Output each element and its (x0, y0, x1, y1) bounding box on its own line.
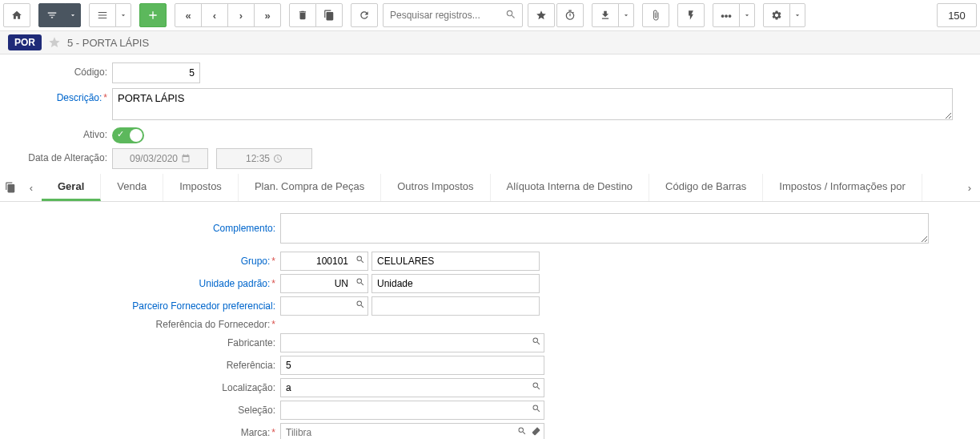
home-icon (11, 10, 22, 21)
home-button[interactable] (3, 3, 30, 27)
filter-dropdown[interactable] (65, 3, 81, 27)
paperclip-icon (650, 10, 661, 21)
codigo-label: Código: (8, 62, 112, 78)
copy-button[interactable] (315, 3, 343, 27)
export-dropdown[interactable] (618, 3, 634, 27)
chevron-down-icon (793, 11, 801, 19)
form-section: Código: Descrição:* PORTA LÁPIS Ativo: D… (0, 54, 980, 169)
tab-venda[interactable]: Venda (101, 174, 163, 201)
prev-button[interactable]: ‹ (201, 3, 228, 27)
referencia-label: Referência: (8, 360, 280, 371)
filter-icon (46, 10, 58, 21)
parceiro-desc-input[interactable] (372, 296, 540, 316)
selecao-label: Seleção: (8, 405, 280, 416)
ellipsis-icon: ••• (721, 10, 732, 22)
chevron-down-icon (119, 11, 127, 19)
refresh-icon (359, 10, 370, 21)
header-bar: POR 5 - PORTA LÁPIS (0, 31, 980, 54)
list-dropdown[interactable] (115, 3, 131, 27)
chevron-down-icon (743, 11, 751, 19)
plus-icon (147, 9, 159, 22)
delete-button[interactable] (289, 3, 316, 27)
record-title: 5 - PORTA LÁPIS (67, 37, 149, 49)
next-button[interactable]: › (227, 3, 255, 27)
chevron-down-icon (622, 11, 630, 19)
tab-outros-impostos[interactable]: Outros Impostos (381, 174, 490, 201)
search-input[interactable] (383, 3, 523, 27)
export-button[interactable] (592, 3, 619, 27)
clock-icon (273, 154, 283, 163)
calendar-icon (181, 154, 191, 163)
tab-plan-compra[interactable]: Plan. Compra de Peças (239, 174, 381, 201)
codigo-input[interactable] (112, 62, 200, 83)
eraser-icon[interactable] (531, 426, 541, 437)
timer-icon (564, 10, 576, 21)
refresh-button[interactable] (351, 3, 378, 27)
star-icon (536, 10, 547, 21)
tab-scroll-right[interactable]: › (959, 175, 980, 200)
tab-scroll-left[interactable]: ‹ (21, 175, 42, 200)
filter-button[interactable] (38, 3, 66, 27)
complemento-label[interactable]: Complemento: (8, 223, 280, 234)
more-dropdown[interactable] (739, 3, 755, 27)
double-chevron-left-icon: « (185, 10, 191, 22)
marca-input[interactable] (280, 423, 544, 439)
tab-geral[interactable]: Geral (42, 174, 101, 201)
descricao-input[interactable]: PORTA LÁPIS (112, 88, 953, 120)
favorite-button[interactable] (528, 3, 555, 27)
search-icon[interactable] (532, 381, 541, 391)
ativo-toggle[interactable] (112, 127, 144, 143)
chevron-right-icon: › (239, 10, 243, 22)
marca-label: Marca:* (8, 427, 280, 438)
tabs: Geral Venda Impostos Plan. Compra de Peç… (42, 174, 959, 201)
tab-codigo-barras[interactable]: Código de Barras (649, 174, 763, 201)
more-button[interactable]: ••• (713, 3, 740, 27)
fabricante-label: Fabricante: (8, 337, 280, 348)
list-button[interactable] (89, 3, 116, 27)
module-badge: POR (8, 34, 42, 50)
gear-icon (771, 10, 782, 21)
copy-icon (323, 10, 335, 21)
search-icon[interactable] (355, 300, 365, 309)
first-button[interactable]: « (175, 3, 202, 27)
chevron-right-icon: › (968, 182, 971, 194)
copy-icon (5, 182, 16, 193)
data-alteracao-label: Data de Alteração: (8, 148, 112, 163)
tab-aliquota[interactable]: Alíquota Interna de Destino (491, 174, 650, 201)
selecao-input[interactable] (280, 401, 544, 420)
unidade-desc-input[interactable] (372, 274, 540, 293)
settings-dropdown[interactable] (789, 3, 805, 27)
parceiro-label[interactable]: Parceiro Fornecedor preferencial: (8, 300, 280, 312)
date-field: 09/03/2020 (112, 148, 208, 169)
tab-copy-button[interactable] (0, 175, 21, 200)
favorite-toggle[interactable] (48, 36, 61, 49)
add-button[interactable] (139, 3, 167, 27)
search-icon[interactable] (517, 426, 527, 436)
search-icon[interactable] (505, 9, 516, 20)
timer-button[interactable] (556, 3, 584, 27)
grupo-desc-input[interactable] (372, 252, 540, 271)
tab-impostos-info[interactable]: Impostos / Informações por (763, 174, 922, 201)
referencia-input[interactable] (280, 356, 544, 375)
attach-button[interactable] (642, 3, 669, 27)
unidade-label[interactable]: Unidade padrão:* (8, 278, 280, 289)
localizacao-input[interactable] (280, 378, 544, 397)
double-chevron-right-icon: » (264, 10, 270, 22)
descricao-label[interactable]: Descrição:* (8, 88, 112, 103)
bolt-button[interactable] (677, 3, 705, 27)
search-icon[interactable] (355, 277, 365, 287)
ativo-label: Ativo: (8, 125, 112, 140)
export-icon (600, 10, 611, 21)
tab-impostos[interactable]: Impostos (163, 174, 239, 201)
last-button[interactable]: » (254, 3, 281, 27)
tab-content: Complemento: Grupo:* Unidade padrão:* Pa… (0, 202, 980, 439)
chevron-left-icon: ‹ (213, 10, 216, 22)
chevron-left-icon: ‹ (30, 182, 33, 194)
grupo-label[interactable]: Grupo:* (8, 256, 280, 267)
fabricante-input[interactable] (280, 333, 544, 352)
settings-button[interactable] (763, 3, 790, 27)
complemento-input[interactable] (280, 213, 929, 244)
search-icon[interactable] (355, 255, 365, 264)
search-icon[interactable] (532, 336, 541, 346)
search-icon[interactable] (532, 404, 541, 413)
